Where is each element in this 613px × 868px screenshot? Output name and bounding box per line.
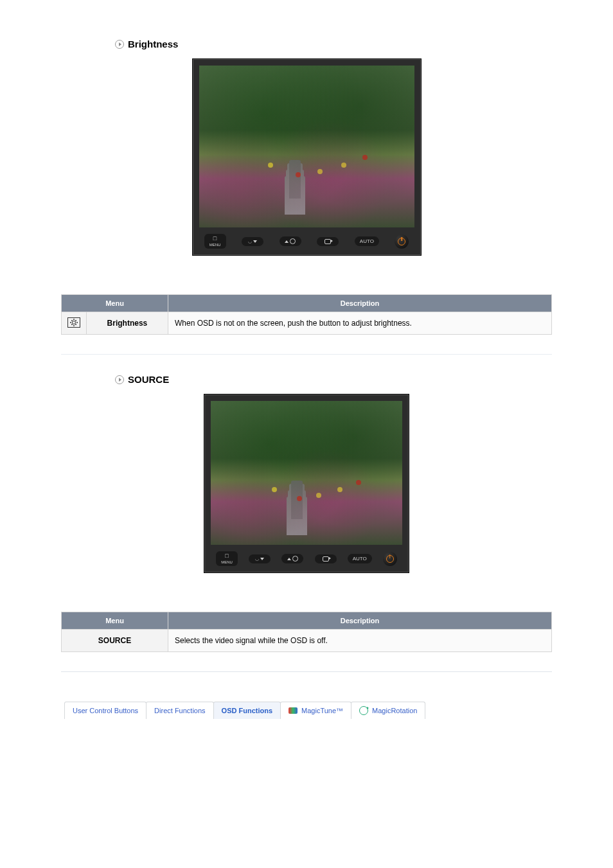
bottom-nav: User Control Buttons Direct Functions OS… <box>0 702 613 719</box>
section-arrow-icon <box>115 40 124 49</box>
table-header-description: Description <box>168 612 552 630</box>
menu-top: □ <box>213 236 217 242</box>
brightness-monitor: □ MENU ◡ AUTO <box>61 58 552 256</box>
menu-bottom: MENU <box>209 243 221 247</box>
auto-label: AUTO <box>353 556 367 562</box>
enter-icon <box>324 239 331 244</box>
brightness-heading: Brightness <box>128 39 178 49</box>
enter-icon <box>323 556 329 562</box>
magictune-icon <box>289 707 298 714</box>
auto-button[interactable]: AUTO <box>355 236 379 246</box>
tab-direct-functions-label: Direct Functions <box>154 707 205 714</box>
brightness-row-icon <box>62 312 87 335</box>
tab-direct-functions[interactable]: Direct Functions <box>146 702 213 719</box>
section-arrow-icon <box>115 375 124 384</box>
menu-icon[interactable]: □ MENU <box>204 234 226 249</box>
table-row: Brightness When OSD is not on the screen… <box>62 312 552 335</box>
source-table: Menu Description SOURCE Selects the vide… <box>61 612 552 652</box>
brightness-table: Menu Description Brightness When OSD is … <box>61 294 552 335</box>
table-header-menu: Menu <box>62 295 168 312</box>
table-header-menu: Menu <box>62 612 168 630</box>
auto-button[interactable]: AUTO <box>348 554 372 563</box>
enter-button[interactable] <box>315 554 337 563</box>
brightness-row-label: Brightness <box>86 312 168 335</box>
brightness-row-desc: When OSD is not on the screen, push the … <box>168 312 552 335</box>
source-heading: SOURCE <box>128 374 169 385</box>
source-monitor: □ MENU ◡ AUTO <box>61 394 552 573</box>
table-header-description: Description <box>168 295 552 312</box>
source-screen-image <box>211 401 402 545</box>
bottom-divider <box>61 671 552 672</box>
tab-magicrotation-label: MagicRotation <box>372 707 417 714</box>
tab-user-control[interactable]: User Control Buttons <box>64 702 147 719</box>
up-button[interactable] <box>280 236 301 246</box>
tab-magicrotation[interactable]: MagicRotation <box>351 702 425 719</box>
brightness-screen-image <box>199 66 414 227</box>
menu-top: □ <box>225 553 228 559</box>
source-row-desc: Selects the video signal while the OSD i… <box>168 630 552 652</box>
table-row: SOURCE Selects the video signal while th… <box>62 630 552 652</box>
menu-icon[interactable]: □ MENU <box>216 551 238 566</box>
up-button[interactable] <box>281 554 303 563</box>
menu-bottom: MENU <box>221 560 233 564</box>
down-button[interactable]: ◡ <box>249 554 271 563</box>
enter-button[interactable] <box>317 237 339 246</box>
power-icon <box>398 238 405 245</box>
tab-osd-functions-label: OSD Functions <box>222 707 272 714</box>
tab-osd-functions[interactable]: OSD Functions <box>213 702 281 719</box>
power-icon <box>386 555 394 563</box>
brightness-icon <box>290 238 296 244</box>
tab-magictune-label: MagicTune™ <box>301 707 343 714</box>
magicrotation-icon <box>359 706 368 715</box>
brightness-icon <box>292 556 298 562</box>
down-button[interactable]: ◡ <box>242 237 263 246</box>
power-button[interactable] <box>395 235 409 249</box>
source-row-label: SOURCE <box>62 630 168 652</box>
section-divider <box>61 354 552 355</box>
tab-magictune[interactable]: MagicTune™ <box>280 702 351 719</box>
tab-user-control-label: User Control Buttons <box>73 707 138 714</box>
auto-label: AUTO <box>360 238 374 244</box>
power-button[interactable] <box>383 552 397 566</box>
